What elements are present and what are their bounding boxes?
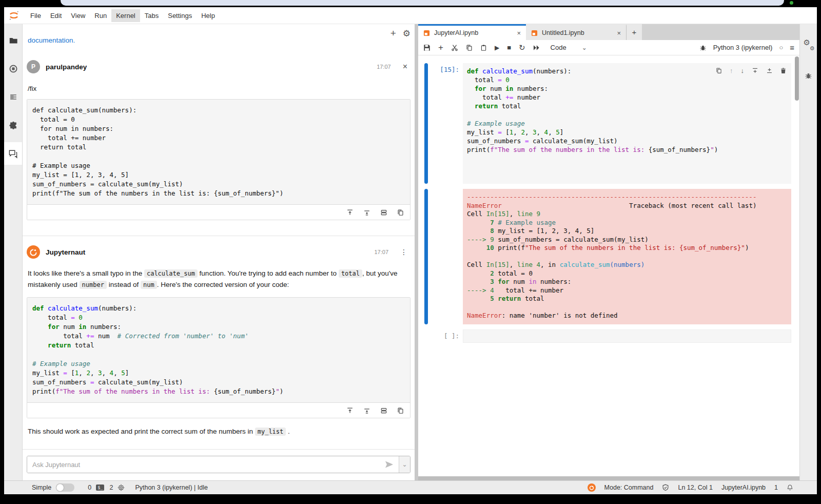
message-divider: [23, 236, 415, 236]
insert-cell-below-icon[interactable]: [766, 67, 773, 74]
chevron-down-icon: ⌄: [582, 44, 587, 51]
move-cell-down-icon[interactable]: ↓: [741, 67, 745, 74]
inline-code: calculate_sum: [144, 269, 198, 278]
restart-run-all-icon[interactable]: [533, 45, 540, 51]
cell-type-select[interactable]: Code ⌄: [551, 44, 587, 51]
sidebar-item-running-kernels[interactable]: [4, 57, 22, 80]
move-cell-up-icon[interactable]: ↑: [730, 67, 733, 74]
copy-cells-icon[interactable]: [466, 44, 473, 51]
user-avatar: P: [27, 60, 40, 73]
paste-cells-icon[interactable]: [480, 44, 487, 51]
menu-settings[interactable]: Settings: [163, 9, 197, 22]
inline-code: my_list: [255, 428, 286, 436]
insert-below-icon[interactable]: [363, 407, 370, 414]
replace-selection-icon[interactable]: [380, 407, 387, 414]
new-chat-plus-icon[interactable]: +: [390, 28, 396, 39]
notebook-panel: JupyterAI.ipynb × Untitled1.ipynb × + +: [418, 24, 799, 480]
left-activity-bar: [4, 24, 23, 480]
menu-view[interactable]: View: [66, 9, 90, 22]
kernel-name[interactable]: Python 3 (ipykernel): [713, 44, 773, 51]
save-icon[interactable]: [423, 44, 431, 51]
sidebar-item-extensions[interactable]: [4, 114, 22, 137]
copy-icon[interactable]: [397, 407, 404, 414]
jupyternaut-avatar: [27, 245, 40, 259]
cut-cells-icon[interactable]: [451, 44, 458, 51]
debugger-bug-icon[interactable]: [699, 44, 707, 51]
close-icon[interactable]: ×: [517, 29, 521, 37]
bug-icon: [805, 72, 812, 80]
menu-edit[interactable]: Edit: [46, 9, 66, 22]
copy-icon[interactable]: [397, 209, 404, 216]
replace-selection-icon[interactable]: [380, 209, 387, 216]
message-menu-kebab-icon[interactable]: ⋮: [400, 248, 407, 256]
kernel-chip-icon[interactable]: [118, 484, 125, 491]
bell-icon[interactable]: [787, 484, 793, 491]
puzzle-icon: [9, 121, 18, 130]
sidebar-item-file-browser[interactable]: [4, 29, 22, 52]
tab-label: JupyterAI.ipynb: [434, 29, 478, 36]
chat-input[interactable]: [27, 456, 379, 473]
menu-run[interactable]: Run: [90, 9, 111, 22]
insert-below-icon[interactable]: [363, 209, 370, 216]
chat-message-user: P parulpandey 17:07 × /fix def calculate…: [27, 60, 411, 220]
menu-file[interactable]: File: [26, 9, 46, 22]
mode-indicator[interactable]: Mode: Command: [604, 484, 654, 491]
send-options-chevron-icon[interactable]: ⌄: [399, 456, 410, 473]
insert-cell-plus-icon[interactable]: +: [438, 43, 443, 53]
error-output: ----------------------------------------…: [463, 189, 791, 324]
toolbar-hamburger-icon[interactable]: ≡: [790, 43, 794, 52]
screenshot-frame: FileEditViewRunKernelTabsSettingsHelp: [0, 0, 821, 504]
jupyternaut-status-icon: [588, 483, 596, 492]
cell-input-area[interactable]: [463, 329, 791, 343]
duplicate-cell-icon[interactable]: [716, 67, 722, 74]
cursor-position[interactable]: Ln 12, Col 1: [678, 484, 712, 491]
chat-settings-gear-icon[interactable]: ⚙: [403, 28, 411, 39]
notification-count: 1: [774, 484, 778, 491]
kernel-status-text[interactable]: Python 3 (ipykernel) | Idle: [135, 484, 208, 491]
jupyterlab-window: FileEditViewRunKernelTabsSettingsHelp: [4, 7, 817, 494]
tab-jupyterai-notebook[interactable]: JupyterAI.ipynb ×: [418, 24, 526, 40]
dock-tab-bar: JupyterAI.ipynb × Untitled1.ipynb × +: [418, 24, 799, 40]
toc-list-icon: [9, 92, 18, 102]
send-icon[interactable]: [379, 456, 399, 473]
cell-prompt: [15]:: [430, 63, 463, 184]
sidebar-item-property-inspector[interactable]: ⚙⚙: [800, 33, 817, 56]
close-icon[interactable]: ×: [617, 29, 621, 37]
menu-tabs[interactable]: Tabs: [140, 9, 163, 22]
menu-help[interactable]: Help: [197, 9, 220, 22]
insert-cell-above-icon[interactable]: [752, 67, 758, 74]
empty-code-cell[interactable]: [ ]:: [424, 329, 791, 343]
shield-check-icon: [662, 484, 669, 491]
delete-cell-trash-icon[interactable]: [780, 67, 786, 74]
output-collapser[interactable]: [424, 189, 428, 324]
chat-message-ai: Jupyternaut 17:07 ⋮ It looks like there'…: [27, 245, 411, 437]
new-tab-plus-icon[interactable]: +: [627, 24, 642, 40]
sidebar-item-table-of-contents[interactable]: [4, 86, 22, 108]
tab-untitled1-notebook[interactable]: Untitled1.ipynb ×: [526, 24, 627, 40]
sidebar-item-jupyter-ai-chat[interactable]: [4, 142, 22, 165]
notebook-file-icon: [423, 30, 430, 36]
menu-items: FileEditViewRunKernelTabsSettingsHelp: [26, 11, 220, 20]
run-cell-icon[interactable]: ▶: [495, 44, 499, 51]
interrupt-kernel-icon[interactable]: ■: [507, 44, 511, 51]
insert-above-icon[interactable]: [346, 209, 354, 216]
insert-above-icon[interactable]: [346, 407, 354, 414]
cell-collapser[interactable]: [424, 63, 428, 184]
chat-input-area: ⌄: [23, 449, 415, 480]
notebook-hscrollbar[interactable]: [418, 476, 799, 480]
panel-splitter[interactable]: [415, 24, 418, 480]
traceback-text: ----------------------------------------…: [467, 193, 787, 320]
simple-mode-toggle[interactable]: [56, 483, 74, 492]
notebook-scrollbar-thumb[interactable]: [795, 56, 799, 101]
delete-message-icon[interactable]: ×: [403, 62, 407, 71]
menu-kernel[interactable]: Kernel: [111, 9, 140, 22]
code-cell[interactable]: [15]: ↑ ↓ def calculate_sum(numbers): to…: [424, 63, 791, 184]
restart-kernel-icon[interactable]: ↻: [519, 43, 525, 52]
documentation-link[interactable]: documentation.: [28, 36, 75, 44]
sidebar-item-debugger[interactable]: [800, 64, 817, 87]
cell-input-area[interactable]: ↑ ↓ def calculate_sum(numbers): total = …: [463, 63, 791, 184]
kernel-count: 2: [109, 484, 113, 491]
terminal-icon[interactable]: $_: [96, 484, 104, 491]
tab-label: Untitled1.ipynb: [542, 29, 584, 36]
cell-prompt: [ ]:: [430, 329, 463, 343]
